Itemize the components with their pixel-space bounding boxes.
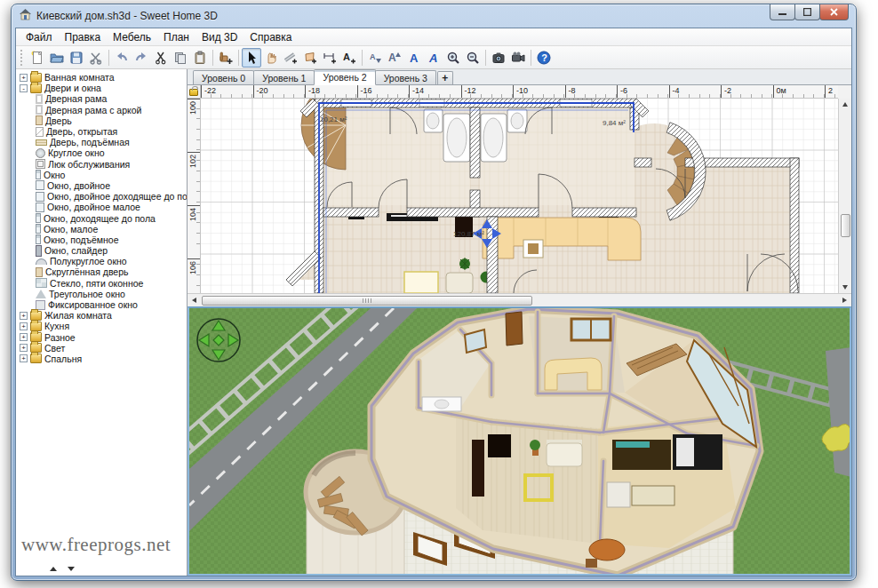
tree-expander-icon[interactable]: + — [20, 312, 28, 320]
increase-text-size-button[interactable]: A — [385, 48, 404, 68]
catalog-item[interactable]: Скруглённая дверь — [16, 266, 187, 277]
catalog-item[interactable]: + Жилая комната — [16, 310, 187, 321]
help-button[interactable]: ? — [534, 48, 554, 68]
ruler-label: -18 — [305, 85, 357, 98]
level-tab[interactable]: Уровень 2 — [314, 69, 375, 85]
create-video-button[interactable] — [508, 48, 528, 68]
splitter-down-icon[interactable] — [68, 567, 75, 571]
catalog-item[interactable]: + Ванная комната — [16, 72, 187, 83]
catalog-item[interactable]: + Кухня — [16, 321, 187, 331]
level-tab-label: Уровень 0 — [202, 73, 245, 83]
catalog-item[interactable]: Полукруглое окно — [16, 256, 187, 266]
tree-expander-icon[interactable]: + — [20, 322, 28, 330]
cut-button[interactable] — [151, 48, 171, 68]
plan-horizontal-scrollbar[interactable] — [188, 293, 851, 306]
open-home-button[interactable] — [47, 48, 67, 68]
catalog-item-label: Дверь — [45, 115, 72, 126]
create-rooms-button[interactable] — [300, 48, 320, 68]
decrease-text-size-button[interactable]: A — [365, 48, 385, 68]
app-window: Киевский дом.sh3d - Sweet Home 3D ФайлПр… — [11, 4, 857, 581]
catalog-item-label: Окно, двойное доходящее до пола — [47, 191, 188, 202]
add-level-tab[interactable]: + — [437, 71, 453, 84]
maximize-button[interactable] — [794, 4, 820, 20]
catalog-item[interactable]: Круглое окно — [16, 147, 187, 158]
menu-item[interactable]: Мебель — [107, 29, 157, 45]
plan-vertical-scrollbar[interactable] — [838, 99, 851, 293]
tree-expander-icon[interactable]: + — [20, 344, 28, 352]
italic-button[interactable]: A — [424, 48, 443, 68]
catalog-item[interactable]: Треугольное окно — [16, 289, 187, 299]
furniture-catalog[interactable]: + Ванная комната - Двери и окна — [16, 69, 188, 576]
catalog-item[interactable]: Окно, доходящее до пола — [16, 212, 187, 223]
catalog-item[interactable]: Окно, слайдер — [16, 245, 187, 256]
catalog-item[interactable]: Люк обслуживания — [16, 159, 187, 170]
minimize-button[interactable] — [770, 4, 795, 20]
catalog-item[interactable]: Окно, двойное малое — [16, 202, 187, 212]
add-furniture-button[interactable] — [216, 48, 235, 68]
new-home-button[interactable] — [28, 48, 47, 68]
undo-button[interactable] — [112, 48, 132, 68]
preferences-button[interactable] — [86, 48, 106, 68]
close-button[interactable] — [819, 4, 849, 20]
zoom-out-button[interactable] — [463, 48, 483, 68]
catalog-item[interactable]: + Разное — [16, 332, 187, 343]
view-3d[interactable] — [188, 306, 851, 576]
tree-expander-icon[interactable]: + — [20, 354, 28, 362]
menu-item[interactable]: Правка — [59, 29, 108, 45]
ruler-label: -4 — [669, 85, 722, 98]
menu-item[interactable]: План — [157, 29, 196, 45]
tree-expander-icon[interactable]: + — [20, 333, 28, 341]
plan-canvas[interactable]: 10,21 м² 9,84 м² 120,87 м² — [201, 99, 838, 293]
catalog-item[interactable]: Окно — [16, 170, 187, 180]
catalog-item-label: Спальня — [44, 354, 82, 364]
menu-item[interactable]: Вид 3D — [196, 29, 243, 45]
scrollbar-thumb[interactable] — [841, 214, 850, 237]
toolbar-grip[interactable] — [20, 50, 25, 66]
catalog-item[interactable]: Дверь, подъёмная — [16, 137, 187, 147]
level-tab[interactable]: Уровень 3 — [375, 70, 436, 84]
catalog-item[interactable]: - Двери и окна — [16, 83, 187, 93]
catalog-item[interactable]: + Спальня — [16, 354, 187, 364]
catalog-splitter[interactable] — [50, 567, 75, 571]
catalog-item-icon — [36, 258, 47, 265]
paste-button[interactable] — [190, 48, 210, 68]
scroll-right-icon[interactable] — [839, 295, 850, 306]
create-photo-button[interactable] — [489, 48, 508, 68]
menu-item[interactable]: Файл — [20, 29, 59, 45]
catalog-item[interactable]: Окно, двойное — [16, 180, 187, 191]
zoom-in-button[interactable] — [443, 48, 463, 68]
catalog-item[interactable]: Дверь, открытая — [16, 126, 187, 137]
create-text-button[interactable]: A — [339, 48, 359, 68]
navigation-control[interactable] — [197, 319, 240, 362]
save-home-button[interactable] — [67, 48, 86, 68]
catalog-item[interactable]: + Свет — [16, 343, 187, 354]
catalog-item[interactable]: Окно, двойное доходящее до пола — [16, 191, 187, 202]
menu-item[interactable]: Справка — [243, 29, 298, 45]
catalog-item[interactable]: Фиксированное окно — [16, 299, 187, 310]
catalog-item[interactable]: Дверь — [16, 115, 187, 126]
catalog-item[interactable]: Стекло, пяти оконное — [16, 278, 187, 289]
titlebar[interactable]: Киевский дом.sh3d - Sweet Home 3D — [12, 4, 856, 28]
select-button[interactable] — [242, 48, 261, 68]
tree-expander-icon[interactable]: - — [20, 84, 28, 92]
create-dimensions-button[interactable] — [320, 48, 339, 68]
redo-button[interactable] — [132, 48, 151, 68]
tree-expander-icon[interactable]: + — [20, 74, 28, 82]
level-tabs: Уровень 0Уровень 1Уровень 2Уровень 3 + — [188, 69, 851, 85]
pan-button[interactable] — [261, 48, 281, 68]
scroll-up-icon[interactable] — [840, 99, 850, 110]
splitter-up-icon[interactable] — [50, 567, 57, 571]
copy-button[interactable] — [171, 48, 190, 68]
catalog-item[interactable]: Окно, малое — [16, 224, 187, 234]
scroll-down-icon[interactable] — [840, 282, 850, 293]
catalog-item[interactable]: Дверная рама — [16, 93, 187, 104]
scroll-left-icon[interactable] — [188, 295, 200, 306]
create-walls-button[interactable] — [281, 48, 300, 68]
app-icon — [19, 8, 32, 24]
catalog-item[interactable]: Окно, подъёмное — [16, 234, 187, 245]
level-tab[interactable]: Уровень 1 — [253, 70, 315, 84]
scrollbar-thumb[interactable] — [202, 296, 532, 306]
bold-button[interactable]: A — [404, 48, 424, 68]
catalog-item[interactable]: Дверная рама с аркой — [16, 105, 187, 115]
level-tab[interactable]: Уровень 0 — [193, 70, 254, 84]
